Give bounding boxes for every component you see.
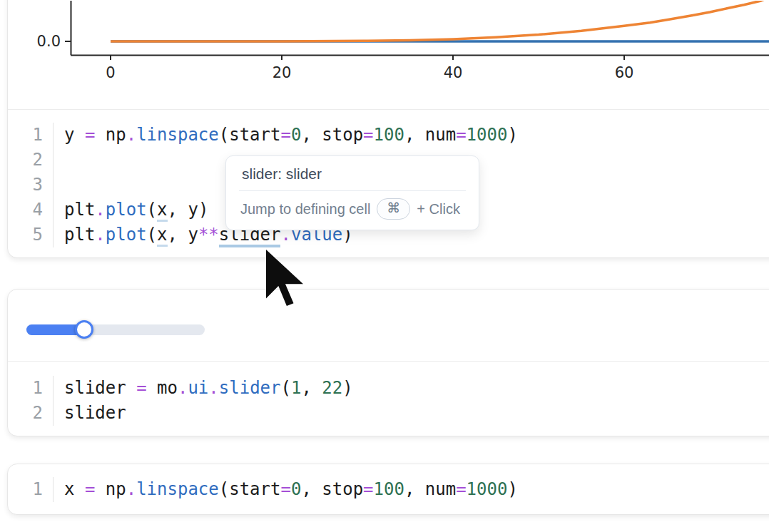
line-number: 1 (8, 477, 54, 502)
plot-output-area: 0.00204060 (8, 0, 769, 110)
code-token: . (95, 225, 105, 245)
tooltip-action-row: Jump to defining cell ⌘ + Click (226, 191, 479, 230)
line-number: 2 (8, 148, 54, 173)
line-number: 1 (8, 123, 54, 148)
code-token: start (229, 479, 280, 499)
code-token: = (456, 125, 466, 145)
code-text: plt.plot(x, y) (54, 198, 208, 222)
code-token: = (363, 479, 373, 499)
code-token: 22 (322, 378, 342, 398)
code-text: x = np.linspace(start=0, stop=100, num=1… (54, 477, 518, 502)
code-token: ui (188, 378, 208, 398)
line-number: 2 (8, 401, 54, 426)
code-text: slider = mo.ui.slider(1, 22) (54, 376, 353, 401)
x-tick-label: 60 (615, 64, 634, 81)
code-line: 1x = np.linspace(start=0, stop=100, num=… (8, 477, 769, 502)
code-token: 1000 (467, 125, 508, 145)
command-key-badge: ⌘ (377, 198, 410, 220)
code-token: = (136, 378, 146, 398)
code-token: ) (198, 200, 208, 220)
code-token: np (95, 479, 126, 499)
code-token: . (208, 378, 218, 398)
code-token: 0 (291, 125, 301, 145)
code-token: ) (507, 125, 517, 145)
code-token: 1000 (467, 479, 508, 499)
notebook-canvas: 0.00204060 1y = np.linspace(start=0, sto… (0, 0, 769, 532)
code-token: np (95, 125, 126, 145)
code-token: ( (219, 479, 229, 499)
code-token: stop (322, 125, 363, 145)
x-variable-reference[interactable]: x (157, 225, 167, 247)
code-token: linspace (136, 125, 219, 145)
code-token: ( (147, 225, 157, 245)
code-line: 1y = np.linspace(start=0, stop=100, num=… (8, 123, 769, 148)
code-token: . (178, 378, 188, 398)
matplotlib-figure: 0.00204060 (8, 1, 769, 109)
code-token: = (85, 125, 95, 145)
code-editor-slider[interactable]: 1slider = mo.ui.slider(1, 22)2slider (8, 362, 769, 436)
code-token: y (64, 125, 85, 145)
x-variable-reference[interactable]: x (157, 200, 167, 222)
tooltip-title: slider: slider (226, 156, 479, 190)
code-token: 100 (374, 479, 404, 499)
code-token: , (404, 479, 425, 499)
code-token: slider (64, 403, 126, 423)
code-token: 1 (291, 378, 301, 398)
code-token: slider (219, 378, 281, 398)
code-token: ( (147, 200, 157, 220)
code-token: . (126, 125, 136, 145)
code-token: . (126, 479, 136, 499)
code-token: = (280, 125, 290, 145)
code-token: = (85, 479, 95, 499)
code-token: ** (198, 225, 219, 245)
code-line: 1slider = mo.ui.slider(1, 22) (8, 376, 769, 401)
code-token: , (168, 225, 188, 245)
code-token: , (168, 200, 188, 220)
code-line: 2slider (8, 401, 769, 426)
code-text: slider (54, 401, 126, 426)
code-token: ( (219, 125, 229, 145)
code-token: = (280, 479, 290, 499)
code-token: start (229, 125, 280, 145)
code-token: , (301, 479, 322, 499)
code-token: num (425, 125, 456, 145)
code-token: ) (507, 479, 517, 499)
code-token: plot (106, 225, 147, 245)
code-token: num (425, 479, 456, 499)
line-number: 4 (8, 198, 54, 222)
cell-slider: 1slider = mo.ui.slider(1, 22)2slider (7, 289, 769, 436)
code-text (54, 173, 64, 198)
slider-thumb[interactable] (75, 320, 93, 339)
line-number: 3 (8, 173, 54, 198)
plot-line (111, 1, 769, 41)
code-token: plot (106, 200, 147, 220)
code-token: plt (64, 200, 95, 220)
click-hint-label: + Click (417, 201, 460, 218)
slider-output-area (8, 290, 769, 362)
code-token: x (64, 479, 85, 499)
line-number: 1 (8, 376, 54, 401)
code-token: linspace (136, 479, 219, 499)
code-editor-x[interactable]: 1x = np.linspace(start=0, stop=100, num=… (8, 464, 769, 516)
x-tick-label: 20 (273, 64, 292, 81)
code-token: , (404, 125, 425, 145)
code-token: , (301, 125, 322, 145)
line-number: 5 (8, 222, 54, 247)
code-token: = (363, 125, 373, 145)
code-token: ) (342, 378, 352, 398)
code-token: y (188, 200, 198, 220)
variable-tooltip: slider: slider Jump to defining cell ⌘ +… (225, 155, 479, 230)
y-tick-label: 0.0 (37, 33, 61, 50)
code-text: y = np.linspace(start=0, stop=100, num=1… (54, 123, 518, 148)
cell-x: 1x = np.linspace(start=0, stop=100, num=… (7, 464, 769, 515)
code-token: plt (64, 225, 95, 245)
code-token: ( (280, 378, 290, 398)
x-tick-label: 40 (444, 64, 463, 81)
code-token: y (188, 225, 198, 245)
code-token: = (456, 479, 466, 499)
code-token: . (95, 200, 105, 220)
code-text (54, 148, 64, 173)
code-token: 100 (374, 125, 404, 145)
slider-track[interactable] (26, 324, 205, 335)
code-token: , (301, 378, 322, 398)
